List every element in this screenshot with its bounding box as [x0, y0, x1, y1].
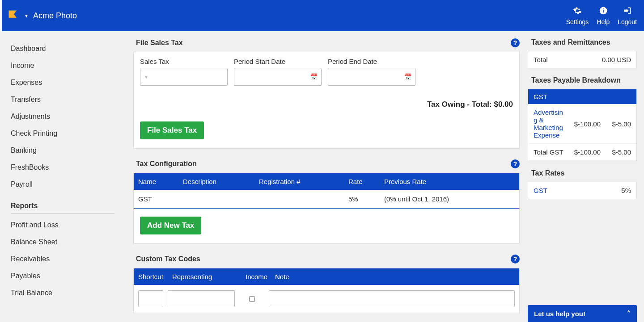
help-icon[interactable]: ?: [511, 38, 520, 47]
period-start-input[interactable]: 📅: [234, 68, 322, 86]
breakdown-total-v2: $-5.00: [604, 148, 631, 156]
tax-owing-total: Tax Owing - Total: $0.00: [140, 100, 513, 109]
logout-label: Logout: [618, 18, 637, 25]
cell-description: [183, 195, 259, 203]
cell-rate: 5%: [348, 195, 384, 203]
sidebar-item-profit-and-loss[interactable]: Profit and Loss: [11, 217, 120, 234]
tax-configuration-title: Tax Configuration: [136, 160, 197, 168]
breakdown-value-1: $-100.00: [568, 120, 601, 128]
col-representing: Representing: [172, 273, 246, 280]
breakdown-row-total: Total GST $-100.00 $-5.00: [528, 144, 636, 161]
taxes-payable-breakdown-title: Taxes Payable Breakdown: [528, 76, 637, 84]
col-note: Note: [275, 273, 515, 280]
company-name[interactable]: Acme Photo: [33, 11, 77, 21]
col-registration: Registration #: [259, 178, 348, 185]
logout-icon: [623, 6, 632, 17]
help-bar[interactable]: Let us help you! ˄: [528, 305, 637, 322]
sidebar-item-banking[interactable]: Banking: [11, 142, 120, 159]
file-sales-tax-button[interactable]: File Sales Tax: [140, 121, 204, 139]
sidebar-item-receivables[interactable]: Receivables: [11, 251, 120, 268]
calendar-icon: 📅: [404, 73, 411, 80]
sidebar-item-balance-sheet[interactable]: Balance Sheet: [11, 234, 120, 251]
sales-tax-label: Sales Tax: [140, 58, 228, 65]
help-icon[interactable]: ?: [511, 159, 520, 168]
settings-button[interactable]: Settings: [566, 6, 589, 25]
svg-rect-2: [603, 8, 604, 9]
cell-previous-rate: (0% until Oct 1, 2016): [384, 195, 515, 203]
gear-icon: [573, 6, 582, 17]
settings-label: Settings: [566, 18, 589, 25]
tax-config-header: Name Description Registration # Rate Pre…: [134, 173, 519, 190]
custom-tax-codes-title: Custom Tax Codes: [136, 255, 200, 263]
svg-rect-1: [603, 10, 604, 13]
tax-rate-link[interactable]: GST: [534, 187, 547, 194]
add-new-tax-button[interactable]: Add New Tax: [140, 217, 201, 234]
col-shortcut: Shortcut: [138, 273, 172, 280]
custom-tax-code-row: [134, 285, 519, 313]
col-previous-rate: Previous Rate: [384, 178, 515, 185]
tax-config-row[interactable]: GST 5% (0% until Oct 1, 2016): [134, 190, 519, 209]
sidebar-item-payables[interactable]: Payables: [11, 268, 120, 284]
sidebar-item-freshbooks[interactable]: FreshBooks: [11, 159, 120, 176]
sidebar-item-dashboard[interactable]: Dashboard: [11, 40, 120, 57]
period-start-label: Period Start Date: [234, 58, 322, 65]
help-bar-label: Let us help you!: [534, 310, 585, 318]
custom-tax-codes-header: Shortcut Representing Income Note: [134, 268, 519, 285]
total-label: Total: [534, 56, 548, 63]
total-value: 0.00 USD: [602, 56, 631, 63]
period-end-label: Period End Date: [328, 58, 415, 65]
help-button[interactable]: Help: [597, 6, 610, 25]
taxes-remittances-title: Taxes and Remittances: [528, 38, 637, 46]
chevron-up-icon: ˄: [627, 309, 631, 318]
sidebar-item-income[interactable]: Income: [11, 57, 120, 74]
income-checkbox[interactable]: [249, 296, 255, 302]
file-sales-tax-title: File Sales Tax: [136, 39, 183, 47]
sidebar-item-expenses[interactable]: Expenses: [11, 74, 120, 91]
sidebar-item-check-printing[interactable]: Check Printing: [11, 125, 120, 142]
help-label: Help: [597, 18, 610, 25]
sidebar-item-transfers[interactable]: Transfers: [11, 91, 120, 108]
cell-name: GST: [138, 195, 183, 203]
breakdown-total-label: Total GST: [534, 148, 565, 156]
breakdown-row: Advertising & Marketing Expense $-100.00…: [528, 104, 636, 144]
shortcut-input[interactable]: [138, 290, 163, 307]
sidebar-item-adjustments[interactable]: Adjustments: [11, 108, 120, 125]
logout-button[interactable]: Logout: [618, 6, 637, 25]
tax-rates-title: Tax Rates: [528, 169, 637, 177]
period-end-input[interactable]: 📅: [328, 68, 415, 86]
breakdown-value-2: $-5.00: [604, 120, 631, 128]
help-icon[interactable]: ?: [511, 255, 520, 263]
cell-registration: [259, 195, 348, 203]
company-switcher-caret-icon[interactable]: ▼: [24, 13, 29, 18]
sidebar-heading-reports: Reports: [11, 193, 114, 214]
col-name: Name: [138, 178, 183, 185]
calendar-icon: 📅: [310, 73, 318, 80]
breakdown-total-v1: $-100.00: [568, 148, 601, 156]
col-income: Income: [246, 273, 275, 280]
info-icon: [599, 6, 608, 17]
col-rate: Rate: [348, 178, 384, 185]
note-input[interactable]: [269, 290, 515, 307]
tax-rate-value: 5%: [621, 187, 631, 194]
breakdown-group-header: GST: [528, 89, 636, 104]
sidebar-item-trial-balance[interactable]: Trial Balance: [11, 284, 120, 301]
sidebar-item-payroll[interactable]: Payroll: [11, 176, 120, 193]
sidebar: Dashboard Income Expenses Transfers Adju…: [0, 31, 125, 322]
chevron-down-icon: ▼: [144, 75, 148, 79]
app-logo-icon: [7, 9, 20, 23]
col-description: Description: [183, 178, 259, 185]
representing-input[interactable]: [168, 290, 235, 307]
sales-tax-select[interactable]: ▼: [140, 68, 228, 86]
breakdown-link[interactable]: Advertising & Marketing Expense: [534, 109, 565, 139]
